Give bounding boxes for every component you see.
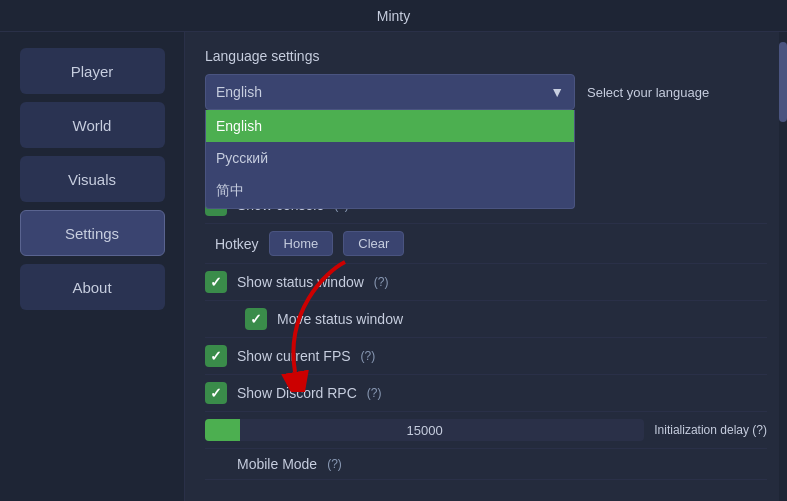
show-status-window-label: Show status window — [237, 274, 364, 290]
language-dropdown: English Русский 简中 — [205, 110, 575, 209]
show-status-window-hint[interactable]: (?) — [374, 275, 389, 289]
move-status-window-label: Move status window — [277, 311, 403, 327]
init-delay-label: Initialization delay (?) — [654, 423, 767, 437]
sidebar-item-world[interactable]: World — [20, 102, 165, 148]
show-fps-checkbox[interactable] — [205, 345, 227, 367]
section-title: Language settings — [205, 48, 767, 64]
mobile-mode-label: Mobile Mode — [237, 456, 317, 472]
language-option-english[interactable]: English — [206, 110, 574, 142]
scrollbar-thumb[interactable] — [779, 42, 787, 122]
move-status-window-checkbox[interactable] — [245, 308, 267, 330]
main-layout: Player World Visuals Settings About Lang… — [0, 32, 787, 501]
show-discord-rpc-row: Show Discord RPC (?) — [205, 375, 767, 412]
app-title: Minty — [377, 8, 410, 24]
show-status-window-checkbox[interactable] — [205, 271, 227, 293]
language-option-chinese[interactable]: 简中 — [206, 174, 574, 208]
show-fps-hint[interactable]: (?) — [361, 349, 376, 363]
show-status-window-row: Show status window (?) — [205, 264, 767, 301]
sidebar-item-visuals[interactable]: Visuals — [20, 156, 165, 202]
hotkey-clear-button[interactable]: Clear — [343, 231, 404, 256]
scrollbar[interactable] — [779, 32, 787, 501]
hotkey-row: Hotkey Home Clear — [205, 224, 767, 264]
sidebar-item-player[interactable]: Player — [20, 48, 165, 94]
hotkey-label: Hotkey — [215, 236, 259, 252]
mobile-mode-row: Mobile Mode (?) — [205, 449, 767, 480]
show-discord-rpc-checkbox[interactable] — [205, 382, 227, 404]
sidebar-item-about[interactable]: About — [20, 264, 165, 310]
title-bar: Minty — [0, 0, 787, 32]
language-selected-value: English — [216, 84, 262, 100]
language-hint: Select your language — [587, 85, 709, 100]
language-row: English ▼ English Русский 简中 Select your… — [205, 74, 767, 110]
show-fps-row: Show current FPS (?) — [205, 338, 767, 375]
sidebar-item-settings[interactable]: Settings — [20, 210, 165, 256]
settings-rows: Show console (?) Hotkey Home Clear Show … — [205, 187, 767, 480]
chevron-down-icon: ▼ — [550, 84, 564, 100]
hotkey-home-button[interactable]: Home — [269, 231, 334, 256]
init-delay-slider[interactable]: 15000 — [205, 419, 644, 441]
content-area: Language settings English ▼ English Русс… — [185, 32, 787, 501]
language-select-button[interactable]: English ▼ — [205, 74, 575, 110]
show-discord-rpc-hint[interactable]: (?) — [367, 386, 382, 400]
show-discord-rpc-label: Show Discord RPC — [237, 385, 357, 401]
show-fps-label: Show current FPS — [237, 348, 351, 364]
sidebar: Player World Visuals Settings About — [0, 32, 185, 501]
slider-value: 15000 — [407, 423, 443, 438]
mobile-mode-hint[interactable]: (?) — [327, 457, 342, 471]
language-option-russian[interactable]: Русский — [206, 142, 574, 174]
move-status-window-row: Move status window — [205, 301, 767, 338]
init-delay-row: 15000 Initialization delay (?) — [205, 412, 767, 449]
language-select-container: English ▼ English Русский 简中 — [205, 74, 575, 110]
slider-fill — [205, 419, 240, 441]
